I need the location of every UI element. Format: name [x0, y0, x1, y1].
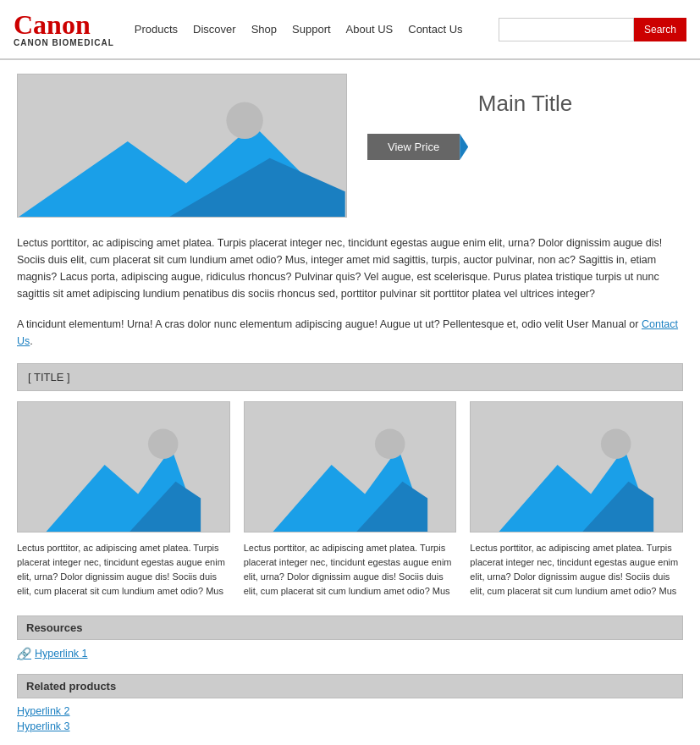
view-price-button[interactable]: View Price — [367, 134, 460, 160]
column-1: Lectus porttitor, ac adipiscing amet pla… — [17, 401, 230, 599]
column-2: Lectus porttitor, ac adipiscing amet pla… — [244, 401, 457, 599]
paragraph2-after: . — [30, 335, 32, 347]
resources-section: Resources 🔗 Hyperlink 1 — [17, 615, 683, 660]
svg-point-11 — [375, 429, 405, 460]
svg-point-3 — [226, 102, 262, 139]
paragraph2-before: A tincidunt elementum! Urna! A cras dolo… — [17, 318, 642, 330]
nav-products[interactable]: Products — [135, 23, 178, 36]
nav-about[interactable]: About US — [346, 23, 394, 36]
hyperlink-2[interactable]: Hyperlink 2 — [17, 705, 683, 717]
hyperlink-1[interactable]: 🔗 Hyperlink 1 — [17, 647, 683, 660]
hero-section: Main Title View Price — [17, 74, 683, 218]
search-input[interactable] — [499, 18, 634, 41]
hyperlink-2-link[interactable]: Hyperlink 2 — [17, 705, 70, 717]
logo-canon-text: Canon — [14, 11, 91, 38]
section-title-text: [ TITLE ] — [28, 371, 70, 384]
related-header: Related products — [17, 674, 683, 698]
resources-header: Resources — [17, 615, 683, 640]
col3-text: Lectus porttitor, ac adipiscing amet pla… — [470, 541, 683, 599]
column-3: Lectus porttitor, ac adipiscing amet pla… — [470, 401, 683, 599]
col1-image — [17, 401, 230, 533]
nav-shop[interactable]: Shop — [251, 23, 277, 36]
logo-sub-text: CANON BIOMEDICAL — [14, 38, 114, 47]
section-title-bar: [ TITLE ] — [17, 363, 683, 391]
main-title: Main Title — [367, 91, 683, 117]
search-area: Search — [499, 18, 686, 41]
body-paragraph-1: Lectus porttitor, ac adipiscing amet pla… — [17, 235, 683, 302]
hero-placeholder-svg — [18, 74, 346, 217]
col3-placeholder-svg — [471, 402, 682, 532]
header: Canon CANON BIOMEDICAL Products Discover… — [0, 0, 700, 60]
nav-contact[interactable]: Contact Us — [408, 23, 462, 36]
search-button[interactable]: Search — [634, 18, 686, 41]
nav-support[interactable]: Support — [292, 23, 331, 36]
col2-text: Lectus porttitor, ac adipiscing amet pla… — [244, 541, 457, 599]
hero-image — [17, 74, 347, 218]
hero-text-area: Main Title View Price — [367, 74, 683, 160]
col1-placeholder-svg — [18, 402, 229, 532]
col2-image — [244, 401, 457, 533]
related-section: Related products Hyperlink 2 Hyperlink 3 — [17, 674, 683, 732]
hyperlink-3-link[interactable]: Hyperlink 3 — [17, 720, 70, 732]
svg-point-7 — [148, 429, 179, 460]
hyperlink-3[interactable]: Hyperlink 3 — [17, 720, 683, 732]
col3-image — [470, 401, 683, 533]
main-content: Main Title View Price Lectus porttitor, … — [0, 60, 700, 745]
nav-discover[interactable]: Discover — [193, 23, 236, 36]
logo: Canon CANON BIOMEDICAL — [14, 11, 114, 47]
body-paragraph-2: A tincidunt elementum! Urna! A cras dolo… — [17, 316, 683, 350]
nav-bar: Products Discover Shop Support About US … — [135, 23, 499, 36]
three-column-section: Lectus porttitor, ac adipiscing amet pla… — [17, 401, 683, 599]
col1-text: Lectus porttitor, ac adipiscing amet pla… — [17, 541, 230, 599]
col2-placeholder-svg — [245, 402, 456, 532]
hyperlink-1-link[interactable]: Hyperlink 1 — [35, 648, 88, 659]
svg-point-15 — [601, 429, 631, 460]
hyperlink-1-icon: 🔗 — [17, 647, 31, 660]
